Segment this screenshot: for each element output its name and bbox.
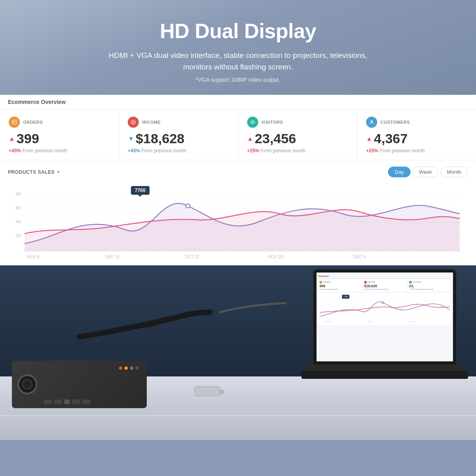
svg-text:AUG 8: AUG 8 <box>27 255 39 259</box>
svg-text:8K: 8K <box>16 192 22 196</box>
chart-title: PRODUCTS SALES ▼ <box>8 169 60 175</box>
svg-text:SEP 15: SEP 15 <box>106 255 120 259</box>
svg-point-6 <box>370 120 372 122</box>
visitors-value: ▲ 23,456 <box>247 131 348 146</box>
laptop-chart-tooltip: 7700 <box>342 295 349 299</box>
customers-arrow: ▲ <box>366 135 372 142</box>
port3 <box>64 399 70 404</box>
visitors-icon <box>247 117 258 128</box>
chart-svg: 8K 6K 4K 2K AUG 8 SEP 15 OCT 22 NOV 29 <box>8 182 468 261</box>
surface-shine <box>0 415 476 416</box>
day-button[interactable]: Day <box>388 167 411 177</box>
laptop-orders-val: 399 <box>319 284 361 288</box>
laptop-visitors-val: 23, <box>409 284 450 288</box>
chart-area: 7700 8K 6K 4K 2K <box>8 182 468 261</box>
stat-card-visitors: VISITORS ▲ 23,456 +25% From previous mon… <box>238 109 357 160</box>
dashboard-area: Ecommerce Overview ORDERS ▲ 399 +45% Fro… <box>0 95 476 265</box>
customers-value: ▲ 4,367 <box>366 131 467 146</box>
customers-icon <box>366 117 377 128</box>
svg-text:DEC 8: DEC 8 <box>353 255 365 259</box>
hero-section: HD Dual Display HDMI + VGA dual video in… <box>0 0 476 95</box>
projector-body <box>12 361 147 408</box>
laptop-chart-svg: SEP 15 OCT 22 NOV 29 <box>320 295 450 322</box>
laptop-base <box>305 365 464 371</box>
svg-rect-0 <box>12 120 17 125</box>
laptop: Overview ORDERS 399 From previous month … <box>313 269 468 379</box>
adapter-port <box>219 390 225 394</box>
visitors-label: VISITORS <box>261 120 283 125</box>
hero-note: *VGA support 1080P video output. <box>32 77 444 83</box>
laptop-mini-stats: ORDERS 399 From previous month INCOME $1… <box>318 280 451 292</box>
hero-subtitle: HDMI + VGA dual video interface, stable … <box>95 50 381 73</box>
projector-controls <box>119 367 139 370</box>
month-button[interactable]: Month <box>440 167 468 177</box>
orders-arrow: ▲ <box>9 135 15 142</box>
laptop-income-change: +45% From previous month <box>364 288 405 290</box>
orders-value: ▲ 399 <box>9 131 110 146</box>
dashboard-header: Ecommerce Overview <box>0 95 476 109</box>
projector-btn-gray2 <box>136 367 139 370</box>
stats-row: ORDERS ▲ 399 +45% From previous month IN… <box>0 109 476 160</box>
svg-text:OCT 22: OCT 22 <box>367 321 373 322</box>
port4 <box>72 399 80 404</box>
svg-point-5 <box>252 121 253 123</box>
income-arrow: ▼ <box>128 135 134 142</box>
laptop-visitors-change: +25% From previous month <box>409 288 450 290</box>
customers-label: CUSTOMERS <box>380 120 410 125</box>
hero-title: HD Dual Display <box>32 19 444 43</box>
projector-btn-orange <box>125 367 128 370</box>
chart-tooltip: 7700 <box>131 186 150 195</box>
dashboard-title: Ecommerce Overview <box>8 99 66 105</box>
stat-card-income: INCOME ▼ $18,628 +45% From previous mont… <box>119 109 238 160</box>
time-buttons: Day Week Month <box>388 167 468 177</box>
visitors-arrow: ▲ <box>247 135 253 142</box>
orders-label: ORDERS <box>23 120 43 125</box>
svg-point-16 <box>186 204 190 208</box>
projector-btn-red <box>119 367 122 370</box>
income-change: +45% From previous month <box>128 148 229 154</box>
svg-text:SEP 15: SEP 15 <box>325 321 331 322</box>
week-button[interactable]: Week <box>412 167 439 177</box>
laptop-orders-change: From previous month <box>319 288 361 290</box>
laptop-stat-income: INCOME $18,628 +45% From previous month <box>363 280 407 292</box>
laptop-keyboard-base <box>301 371 468 379</box>
laptop-dashboard-header: Overview <box>318 274 451 278</box>
customers-change: +25% From previous month <box>366 148 467 154</box>
svg-point-26 <box>382 302 384 304</box>
laptop-income-val: $18,628 <box>364 284 405 288</box>
income-label: INCOME <box>142 120 161 125</box>
stat-card-orders: ORDERS ▲ 399 +45% From previous month <box>0 109 119 160</box>
port5 <box>83 399 90 404</box>
laptop-mini-chart: 7700 SEP 15 OCT 22 NOV <box>318 293 451 325</box>
svg-text:4K: 4K <box>16 219 22 224</box>
laptop-bezel: Overview ORDERS 399 From previous month … <box>313 269 456 365</box>
chart-header: PRODUCTS SALES ▼ Day Week Month <box>8 167 468 177</box>
port1 <box>44 399 52 404</box>
projector-lens-inner <box>22 379 33 390</box>
orders-icon <box>9 117 20 128</box>
svg-text:NOV 29: NOV 29 <box>409 321 415 322</box>
port2 <box>54 399 62 404</box>
bottom-scene: Overview ORDERS 399 From previous month … <box>0 265 476 440</box>
svg-text:NOV 29: NOV 29 <box>268 255 283 259</box>
projector-ports <box>44 399 90 404</box>
projector-lens <box>17 374 37 394</box>
svg-text:OCT 22: OCT 22 <box>185 255 200 259</box>
visitors-change: +25% From previous month <box>247 148 348 154</box>
svg-text:2K: 2K <box>16 233 22 238</box>
income-icon <box>128 117 139 128</box>
income-value: ▼ $18,628 <box>128 131 229 146</box>
chart-panel: PRODUCTS SALES ▼ Day Week Month 7700 <box>0 160 476 265</box>
laptop-screen-content: Overview ORDERS 399 From previous month … <box>317 273 453 361</box>
chart-dropdown-arrow: ▼ <box>56 170 60 174</box>
laptop-stat-visitors: VISITORS 23, +25% From previous month <box>408 280 451 292</box>
laptop-stat-orders: ORDERS 399 From previous month <box>318 280 362 292</box>
usb-adapter <box>194 386 220 396</box>
projector-btn-gray1 <box>130 367 133 370</box>
stat-card-customers: CUSTOMERS ▲ 4,367 +25% From previous mon… <box>357 109 476 160</box>
svg-text:6K: 6K <box>16 205 22 210</box>
orders-change: +45% From previous month <box>9 148 110 154</box>
